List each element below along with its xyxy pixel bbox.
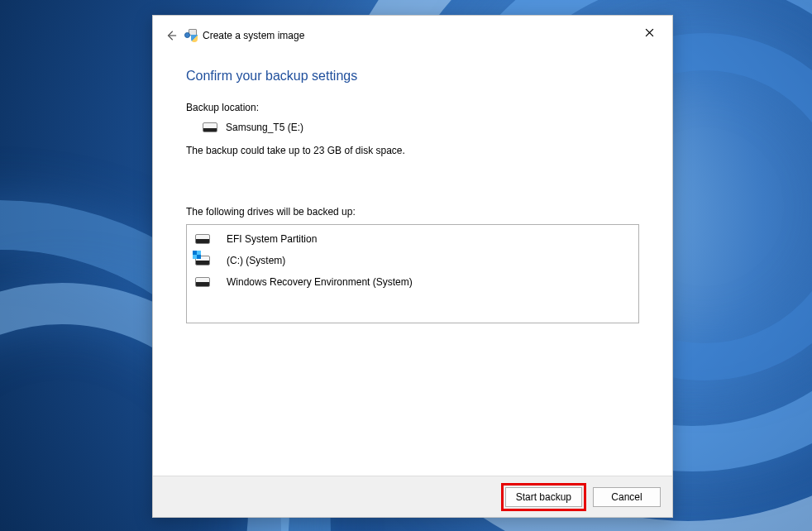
dialog-content: Confirm your backup settings Backup loca… [153,49,672,476]
backup-location-value: Samsung_T5 (E:) [226,122,303,133]
drives-list-label: The following drives will be backed up: [186,206,639,218]
close-button[interactable] [633,21,666,44]
hard-drive-icon [195,234,210,244]
system-image-dialog: Create a system image Confirm your backu… [152,15,673,518]
start-backup-button[interactable]: Start backup [505,487,582,507]
drive-name: (C:) (System) [227,255,285,266]
back-button[interactable] [163,27,179,44]
drives-list: EFI System Partition (C:) (System) Windo… [186,224,639,323]
highlight-annotation: Start backup [501,483,586,511]
wizard-icon [184,29,198,42]
page-heading: Confirm your backup settings [186,69,639,84]
dialog-footer: Start backup Cancel [153,476,672,517]
backup-location-label: Backup location: [186,102,639,113]
list-item: (C:) (System) [192,250,633,271]
hard-drive-icon [203,122,217,132]
system-drive-icon [195,256,210,266]
backup-location-row: Samsung_T5 (E:) [203,122,639,133]
hard-drive-icon [195,277,210,287]
list-item: Windows Recovery Environment (System) [192,271,633,293]
list-item: EFI System Partition [192,228,633,250]
drive-name: Windows Recovery Environment (System) [227,276,413,288]
cancel-button[interactable]: Cancel [593,487,661,507]
size-estimate-text: The backup could take up to 23 GB of dis… [186,145,639,156]
window-title: Create a system image [203,30,304,41]
drive-name: EFI System Partition [227,233,317,245]
title-bar: Create a system image [153,16,672,49]
